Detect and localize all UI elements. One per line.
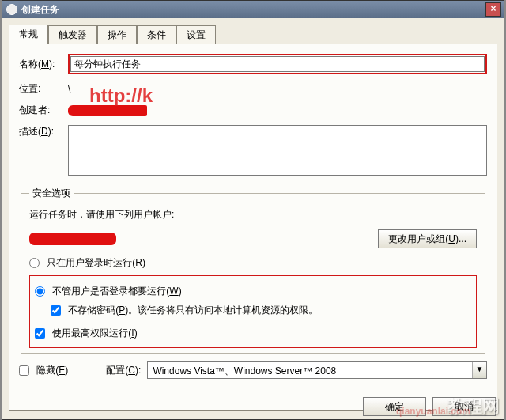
location-value: \ (68, 84, 487, 95)
clock-icon (6, 4, 17, 15)
create-task-dialog: 创建任务 × 常规 触发器 操作 条件 设置 名称(M): 位置: \ 创建者: (2, 0, 504, 420)
configure-label: 配置(C): (106, 364, 141, 377)
chevron-down-icon[interactable]: ▼ (472, 362, 486, 378)
tab-conditions[interactable]: 条件 (137, 25, 176, 44)
bottom-row: 隐藏(E) 配置(C): Windows Vista™、Windows Serv… (19, 361, 487, 379)
name-input[interactable] (70, 56, 485, 72)
radio-run-always[interactable] (35, 286, 45, 297)
row-author: 创建者: (19, 104, 487, 117)
row-highest-priv: 使用最高权限运行(I) (35, 327, 471, 340)
titlebar[interactable]: 创建任务 × (2, 1, 504, 18)
row-runas-label: 运行任务时，请使用下列用户帐户: (29, 208, 477, 221)
highlight-box-run-options: 不管用户是否登录都要运行(W) 不存储密码(P)。该任务将只有访问本地计算机资源… (29, 275, 477, 348)
tab-actions[interactable]: 操作 (97, 25, 137, 44)
radio-run-logged-on-label[interactable]: 只在用户登录时运行(R) (29, 257, 145, 268)
description-input[interactable] (68, 125, 487, 176)
row-radio-loggedon: 只在用户登录时运行(R) (29, 256, 477, 270)
name-label: 名称(M): (19, 58, 68, 71)
cancel-button[interactable]: 取消 (432, 397, 496, 416)
checkbox-nostore-password-label[interactable]: 不存储密码(P)。该任务将只有访问本地计算机资源的权限。 (51, 305, 318, 316)
row-name: 名称(M): (19, 54, 487, 74)
configure-value: Windows Vista™、Windows Server™ 2008 (148, 362, 472, 378)
tab-settings[interactable]: 设置 (176, 25, 216, 44)
tabstrip: 常规 触发器 操作 条件 设置 (9, 25, 497, 44)
radio-run-always-label[interactable]: 不管用户是否登录都要运行(W) (35, 286, 182, 297)
runas-account (29, 233, 378, 245)
checkbox-highest-priv[interactable] (35, 328, 45, 339)
configure-combo[interactable]: Windows Vista™、Windows Server™ 2008 ▼ (147, 361, 487, 379)
window-title: 创建任务 (21, 3, 485, 17)
description-label: 描述(D): (19, 125, 68, 138)
tab-general[interactable]: 常规 (9, 25, 48, 44)
name-highlight-box (68, 54, 487, 74)
change-user-button[interactable]: 更改用户或组(U)... (378, 229, 477, 248)
row-radio-always: 不管用户是否登录都要运行(W) (35, 285, 471, 298)
dialog-buttons: 确定 取消 (363, 397, 496, 416)
tab-panel-general: 名称(M): 位置: \ 创建者: 描述(D): 安全选项 运行任 (9, 44, 497, 411)
ok-button[interactable]: 确定 (363, 397, 426, 416)
row-nostore-password: 不存储密码(P)。该任务将只有访问本地计算机资源的权限。 (35, 304, 471, 317)
client-area: 常规 触发器 操作 条件 设置 名称(M): 位置: \ 创建者: (2, 18, 504, 419)
checkbox-hidden-label[interactable]: 隐藏(E) (19, 364, 68, 377)
security-options-group: 安全选项 运行任务时，请使用下列用户帐户: 更改用户或组(U)... 只在用户登… (21, 187, 485, 354)
close-button[interactable]: × (485, 2, 501, 17)
author-label: 创建者: (19, 104, 68, 117)
account-redacted (29, 233, 116, 245)
tab-triggers[interactable]: 触发器 (48, 25, 97, 44)
checkbox-nostore-password[interactable] (51, 305, 61, 316)
checkbox-hidden[interactable] (19, 365, 29, 376)
security-legend: 安全选项 (29, 187, 74, 200)
row-runas-account: 更改用户或组(U)... (29, 229, 477, 248)
runas-label: 运行任务时，请使用下列用户帐户: (29, 208, 174, 221)
author-redacted (68, 105, 147, 116)
location-label: 位置: (19, 82, 68, 96)
row-location: 位置: \ (19, 82, 487, 96)
radio-run-logged-on[interactable] (29, 258, 40, 268)
row-description: 描述(D): (19, 125, 487, 176)
checkbox-highest-priv-label[interactable]: 使用最高权限运行(I) (35, 327, 138, 339)
